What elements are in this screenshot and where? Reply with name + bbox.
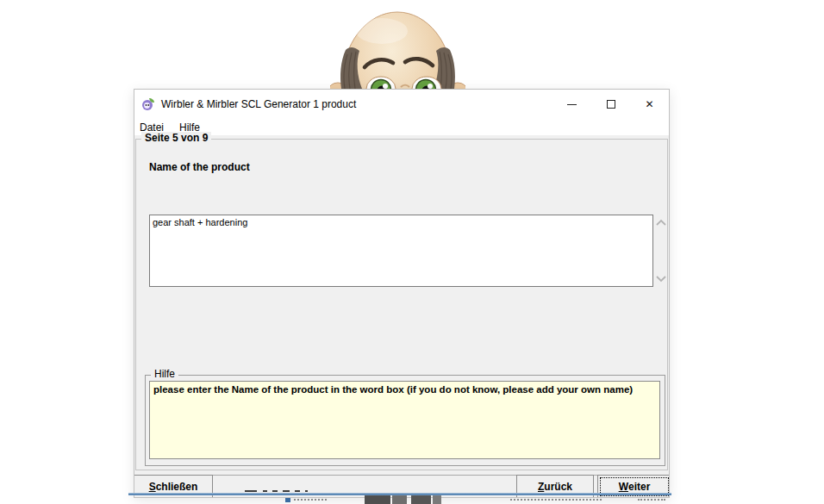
app-window: Wirbler & Mirbler SCL Generator 1 produc… [134,89,670,498]
background-artifact-block [433,495,441,504]
window-controls: ✕ [552,90,669,119]
background-artifact [638,499,665,501]
desktop-background: Wirbler & Mirbler SCL Generator 1 produc… [0,0,824,504]
background-artifact [510,499,602,501]
minimize-button[interactable] [552,90,591,119]
background-artifact-block [365,495,390,504]
close-window-button[interactable]: ✕ [630,90,669,119]
maximize-icon [607,100,615,109]
background-artifact-block [392,495,407,504]
maximize-button[interactable] [591,90,630,119]
background-artifact [295,490,300,492]
scroll-down-icon[interactable] [655,275,667,283]
background-artifact [294,499,327,501]
help-groupbox-label: Hilfe [151,368,178,380]
background-artifact [305,490,308,492]
minimize-icon [567,104,577,105]
scroll-up-icon[interactable] [655,218,667,227]
close-icon: ✕ [645,98,653,110]
background-artifact-block [411,495,431,504]
product-name-input[interactable]: gear shaft + hardening [149,215,653,287]
background-artifact [263,490,267,492]
bald-head-illustration [330,9,465,89]
product-name-heading: Name of the product [149,161,250,173]
peeking-character-image [330,9,465,89]
menu-bar: Datei Hilfe [134,119,669,135]
help-textbox: please enter the Name of the product in … [149,381,660,459]
background-artifact [272,490,278,492]
window-title: Wirbler & Mirbler SCL Generator 1 produc… [161,98,356,110]
page-groupbox-label: Seite 5 von 9 [141,132,211,144]
background-artifact [283,490,290,492]
title-bar: Wirbler & Mirbler SCL Generator 1 produc… [134,90,669,119]
app-icon [140,97,155,111]
background-artifact [245,490,257,492]
background-artifact-dot [285,498,290,502]
